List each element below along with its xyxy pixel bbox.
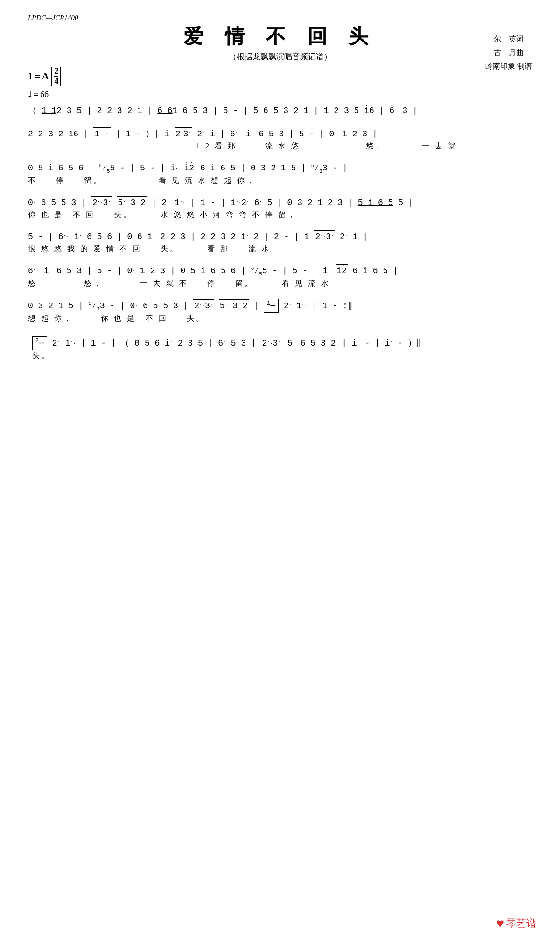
notes-line-5: 5 - | 6.· i. 6 5 6 | 0 6 i. 2 2 3 | 2 2 … (28, 230, 532, 243)
logo-text: 琴艺谱 (506, 917, 537, 931)
time-bottom: 4 (54, 77, 58, 86)
lyrics-line-3: 不 停 留。 看 见 流 水 想 起 你， (28, 176, 532, 186)
title-area: 爱 情 不 回 头 （根据龙飘飘演唱音频记谱） (28, 23, 532, 62)
composer-credit: 古 月曲 (485, 46, 532, 60)
page: LPDC—JCR1400 尔 英词 古 月曲 岭南印象 制谱 爱 情 不 回 头… (0, 0, 560, 945)
lyrics-line-2: 1.2.看 那 流 水 悠 悠， 一 去 就 (28, 141, 532, 151)
score-line-2: 2 2 3 2 16 | 1 - | 1 - ）| i 2.3. 2. i | … (28, 127, 532, 151)
score-line-1: （ 1 12 3 5 | 2 2 3 2 1 | 6 61 6 5 3 | 5 … (28, 105, 532, 117)
notes-line-2: 2 2 3 2 16 | 1 - | 1 - ）| i 2.3. 2. i | … (28, 127, 532, 141)
lyrics-line-4: 你 也 是 不 回 头。 水 悠 悠 小 河 弯 弯 不 停 留， (28, 210, 532, 220)
notes-line-1: （ 1 12 3 5 | 2 2 3 2 1 | 6 61 6 5 3 | 5 … (28, 105, 532, 117)
time-signature: 2 4 (51, 67, 61, 86)
notes-line-3: 0 5 i˙ 6 5 6 | 6⁄55 - | 5 - | i· i.2. 6 … (28, 162, 532, 175)
logo-area: ♥ 琴艺谱 (496, 916, 537, 931)
notes-line-7: 0 3 2 1 5 | 5⁄33 - | 0· 6 5 5 3 | 2.·3. … (28, 299, 532, 313)
score-line-6: 6.· i. 6 5 3 | 5 - | 0· 1 2 3 | 0 5 i˙ 6… (28, 264, 532, 289)
notes-line-6: 6.· i. 6 5 3 | 5 - | 0· 1 2 3 | 0 5 i˙ 6… (28, 264, 532, 278)
tempo: ♩＝66 (28, 89, 532, 100)
key-time-area: 1＝A 2 4 (28, 67, 532, 86)
score-line-4: 0· 6 5 5 3 | 2.·3. 5. 3 2 | 2. 1.· | 1 -… (28, 196, 532, 220)
score-container: （ 1 12 3 5 | 2 2 3 2 1 | 6 61 6 5 3 | 5 … (28, 105, 532, 365)
key-label: 1＝A (28, 70, 49, 83)
main-title: 爱 情 不 回 头 (28, 23, 532, 49)
score-line-3: 0 5 i˙ 6 5 6 | 6⁄55 - | 5 - | i· i.2. 6 … (28, 162, 532, 186)
credits: 尔 英词 古 月曲 岭南印象 制谱 (485, 33, 532, 73)
subtitle: （根据龙飘飘演唱音频记谱） (28, 51, 532, 62)
logo-heart-icon: ♥ (496, 916, 504, 931)
lyrics-line-7: 想 起 你， 你 也 是 不 回 头。 (28, 314, 532, 324)
notes-line-4: 0· 6 5 5 3 | 2.·3. 5. 3 2 | 2. 1.· | 1 -… (28, 196, 532, 209)
score-line-7: 0 3 2 1 5 | 5⁄33 - | 0· 6 5 5 3 | 2.·3. … (28, 299, 532, 324)
score-line-5: 5 - | 6.· i. 6 5 6 | 0 6 i. 2 2 3 | 2 2 … (28, 230, 532, 254)
time-top: 2 (54, 67, 58, 77)
lyrics-line-8: 头。 (32, 351, 528, 361)
arranger-credit: 岭南印象 制谱 (485, 60, 532, 73)
header-code: LPDC—JCR1400 (28, 14, 78, 22)
lyricist-credit: 尔 英词 (485, 33, 532, 46)
lyrics-line-5: 恨 悠 悠 我 的 爱 情 不 回 头。 看 那 流 水 (28, 244, 532, 254)
score-line-8: 2─ 2. 1.· | 1 - | （ 0 5 6 i. 2 3 5 | 6. … (28, 334, 532, 365)
lyrics-line-6: 悠 悠， 一 去 就 不 停 留。 看 见 流 水 (28, 279, 532, 289)
notes-line-8: 2─ 2. 1.· | 1 - | （ 0 5 6 i. 2 3 5 | 6. … (32, 336, 528, 350)
